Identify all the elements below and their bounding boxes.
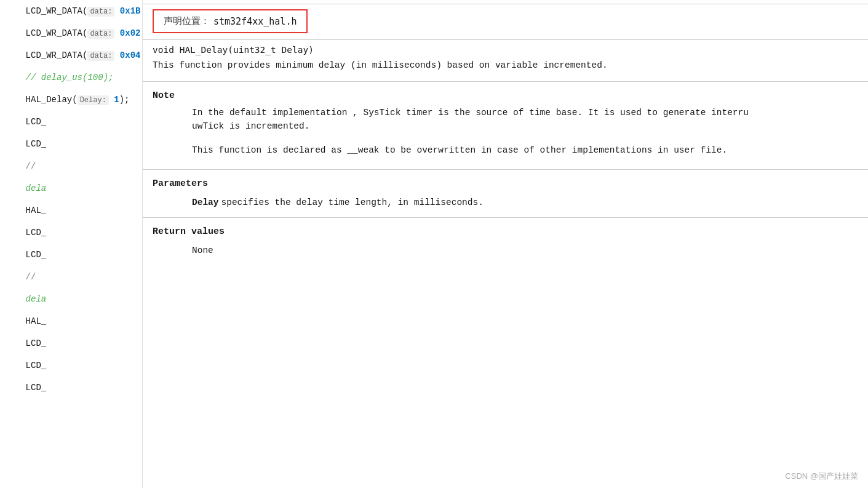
param-name: Delay [192,198,219,207]
top-divider [143,4,868,4]
declaration-box: 声明位置： stm32f4xx_hal.h [153,9,308,33]
watermark-text: CSDN @国产娃娃菜 [785,471,858,481]
comment-green: dela [5,294,46,304]
section-divider-3 [143,169,868,170]
params-header-text: Parameters [153,178,208,189]
return-header-text: Return values [153,226,225,237]
code-line-7: LCD_ [0,133,142,155]
hal-text: HAL_ [5,206,46,215]
doc-panel: 声明位置： stm32f4xx_hal.h void HAL_Delay(uin… [143,0,868,488]
code-text: LCD_WR_DATA(data: 0x04); [5,50,143,60]
note-text-1b-content: uwTick is incremented. [192,121,309,131]
code-text: HAL_Delay(Delay: 1); [5,95,129,105]
note-header: Note [143,87,868,106]
comment-green: dela [5,183,46,193]
note-text-1: In the default implementation , SysTick … [143,106,868,140]
code-line-5: HAL_Delay(Delay: 1); [0,89,142,111]
code-line-4: // delay_us(100); [0,66,142,89]
declaration-value: stm32f4xx_hal.h [213,16,297,27]
lcd-text: LCD_ [5,228,46,238]
section-divider-4 [143,217,868,218]
section-divider-2 [143,81,868,82]
code-panel: LCD_WR_DATA(data: 0x1B); In the default … [0,0,143,488]
code-line-15: HAL_ [0,310,142,332]
lcd-text: LCD_ [5,250,46,260]
return-value-text: None [192,246,213,255]
hal-text: HAL_ [5,316,46,326]
code-line-1: LCD_WR_DATA(data: 0x1B); In the default … [0,0,142,22]
func-signature: void HAL_Delay(uint32_t Delay) [143,45,868,59]
code-line-16: LCD_ [0,332,142,354]
func-signature-text: void HAL_Delay(uint32_t Delay) [153,45,314,55]
note-text-2-content: This function is declared as __weak to b… [192,145,727,155]
comment-gray: // [5,272,36,282]
lcd-text: LCD_ [5,383,46,393]
comment-text: // delay_us(100); [5,73,113,82]
comment-gray: // [5,161,36,171]
params-header: Parameters [143,175,868,194]
code-line-8: // [0,155,142,177]
code-line-18: LCD_ [0,377,142,399]
code-line-2: LCD_WR_DATA(data: 0x02); [0,22,142,44]
return-header: Return values [143,223,868,242]
watermark: CSDN @国产娃娃菜 [785,471,858,482]
param-desc: specifies the delay time length, in mill… [221,198,484,207]
code-line-13: // [0,266,142,288]
return-value: None [143,242,868,259]
lcd-text: LCD_ [5,117,46,127]
code-line-12: LCD_ [0,244,142,266]
code-line-14: dela [0,288,142,310]
note-text-1-content: In the default implementation , SysTick … [192,108,749,118]
note-text-2: This function is declared as __weak to b… [143,140,868,163]
description-text: This function provides minimum delay (in… [153,60,608,70]
declaration-label: 声明位置： [164,15,210,27]
code-line-17: LCD_ [0,354,142,377]
note-header-text: Note [153,90,175,101]
lcd-text: LCD_ [5,139,46,149]
code-line-10: HAL_ [0,199,142,222]
lcd-text: LCD_ [5,338,46,348]
code-line-3: LCD_WR_DATA(data: 0x04); [0,44,142,66]
description: This function provides minimum delay (in… [143,59,868,81]
code-line-9: dela [0,177,142,199]
code-text: LCD_WR_DATA(data: 0x1B); [5,6,143,16]
code-line-11: LCD_ [0,222,142,244]
code-line-6: LCD_ [0,111,142,133]
code-text: LCD_WR_DATA(data: 0x02); [5,28,143,38]
lcd-text: LCD_ [5,361,46,370]
section-divider-1 [143,39,868,40]
param-row: Delay specifies the delay time length, i… [143,194,868,214]
